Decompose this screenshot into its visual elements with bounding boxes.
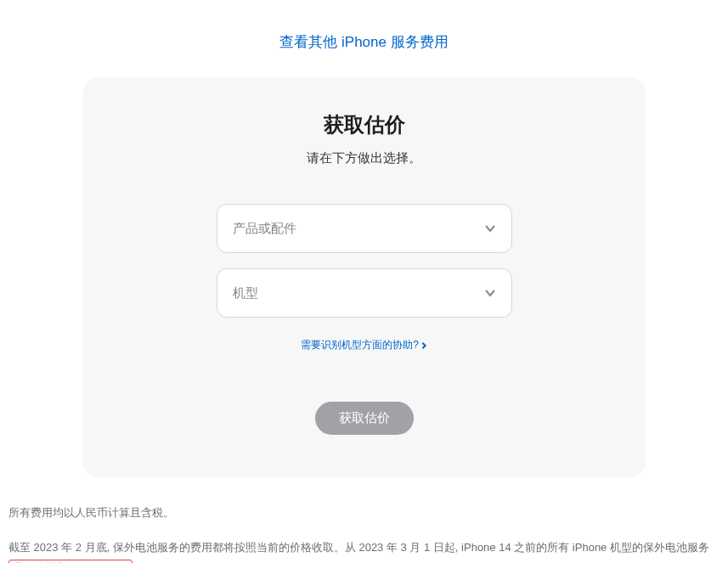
help-link-text: 需要识别机型方面的协助? xyxy=(301,338,419,352)
chevron-down-icon xyxy=(484,222,496,234)
footer-note-2: 截至 2023 年 2 月底, 保外电池服务的费用都将按照当前的价格收取。从 2… xyxy=(8,538,720,563)
get-estimate-button[interactable]: 获取估价 xyxy=(315,402,414,435)
card-title: 获取估价 xyxy=(324,111,405,138)
footer-note-2-text: 截至 2023 年 2 月底, 保外电池服务的费用都将按照当前的价格收取。从 2… xyxy=(8,541,709,554)
product-select-wrapper: 产品或配件 xyxy=(217,204,512,253)
product-select[interactable]: 产品或配件 xyxy=(217,204,512,253)
chevron-down-icon xyxy=(484,287,496,299)
model-select-wrapper: 机型 xyxy=(217,268,512,318)
estimate-card: 获取估价 请在下方做出选择。 产品或配件 机型 需要识别机型方面的协助? xyxy=(83,77,646,477)
card-subtitle: 请在下方做出选择。 xyxy=(307,150,421,166)
price-increase-highlight: 费用将增加 RMB 169。 xyxy=(8,560,133,563)
identify-model-help-link[interactable]: 需要识别机型方面的协助? xyxy=(301,338,427,352)
model-select[interactable]: 机型 xyxy=(217,268,512,318)
model-select-placeholder: 机型 xyxy=(233,285,258,301)
footer-notes: 所有费用均以人民币计算且含税。 截至 2023 年 2 月底, 保外电池服务的费… xyxy=(0,477,728,563)
chevron-right-icon xyxy=(420,342,427,349)
other-services-link[interactable]: 查看其他 iPhone 服务费用 xyxy=(279,32,448,52)
footer-note-1: 所有费用均以人民币计算且含税。 xyxy=(8,503,720,522)
product-select-placeholder: 产品或配件 xyxy=(233,221,296,237)
